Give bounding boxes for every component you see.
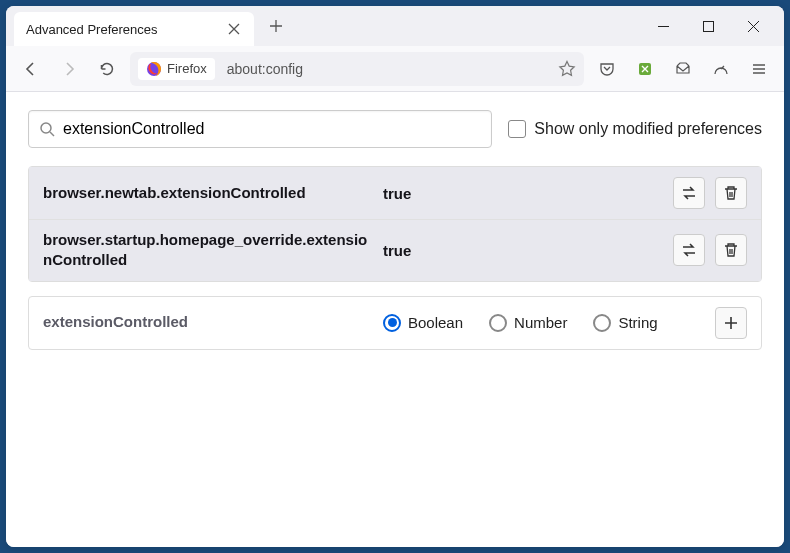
maximize-icon	[703, 21, 714, 32]
tab-title: Advanced Preferences	[26, 22, 226, 37]
type-boolean-radio[interactable]: Boolean	[383, 314, 463, 332]
nav-forward-button[interactable]	[54, 54, 84, 84]
radio-label: Boolean	[408, 314, 463, 331]
close-window-button[interactable]	[731, 11, 776, 41]
new-pref-row: extensionControlled Boolean Number Strin…	[29, 297, 761, 349]
pref-value: true	[373, 185, 673, 202]
close-icon	[228, 23, 240, 35]
pref-name: browser.newtab.extensionControlled	[43, 183, 373, 203]
delete-button[interactable]	[715, 177, 747, 209]
search-row: Show only modified preferences	[28, 110, 762, 148]
new-pref-name: extensionControlled	[43, 312, 373, 332]
pref-value: true	[373, 242, 673, 259]
delete-button[interactable]	[715, 234, 747, 266]
pref-actions	[673, 177, 747, 209]
window-controls	[641, 11, 776, 41]
pref-actions	[673, 234, 747, 266]
toggle-button[interactable]	[673, 234, 705, 266]
pocket-button[interactable]	[592, 54, 622, 84]
search-icon	[39, 121, 55, 137]
maximize-button[interactable]	[686, 11, 731, 41]
bookmark-star-icon[interactable]	[558, 60, 576, 78]
firefox-icon	[146, 61, 162, 77]
type-number-radio[interactable]: Number	[489, 314, 567, 332]
checkbox-icon	[508, 120, 526, 138]
hamburger-icon	[751, 61, 767, 77]
new-tab-button[interactable]	[262, 12, 290, 40]
titlebar: Advanced Preferences	[6, 6, 784, 46]
inbox-icon	[675, 61, 691, 77]
close-tab-button[interactable]	[226, 21, 242, 37]
checkbox-label: Show only modified preferences	[534, 120, 762, 138]
pocket-icon	[599, 61, 615, 77]
tab-advanced-preferences[interactable]: Advanced Preferences	[14, 12, 254, 46]
plus-icon	[269, 19, 283, 33]
close-icon	[748, 21, 759, 32]
url-text: about:config	[221, 61, 552, 77]
extension-icon	[637, 61, 653, 77]
svg-rect-0	[704, 21, 714, 31]
trash-icon	[722, 241, 740, 259]
prefs-list: browser.newtab.extensionControlled true …	[28, 166, 762, 282]
radio-icon	[489, 314, 507, 332]
arrow-right-icon	[61, 61, 77, 77]
search-box[interactable]	[28, 110, 492, 148]
show-modified-checkbox[interactable]: Show only modified preferences	[508, 120, 762, 138]
identity-label: Firefox	[167, 61, 207, 76]
trash-icon	[722, 184, 740, 202]
radio-icon	[383, 314, 401, 332]
svg-point-3	[41, 123, 51, 133]
radio-icon	[593, 314, 611, 332]
app-menu-button[interactable]	[744, 54, 774, 84]
type-string-radio[interactable]: String	[593, 314, 657, 332]
pref-row: browser.startup.homepage_override.extens…	[29, 219, 761, 281]
pref-name: browser.startup.homepage_override.extens…	[43, 230, 373, 271]
browser-window: Advanced Preferences	[6, 6, 784, 547]
reload-button[interactable]	[92, 54, 122, 84]
pref-row: browser.newtab.extensionControlled true	[29, 167, 761, 219]
inbox-button[interactable]	[668, 54, 698, 84]
pref-actions	[715, 307, 747, 339]
type-radio-group: Boolean Number String	[373, 314, 715, 332]
toggle-arrows-icon	[680, 184, 698, 202]
radio-label: String	[618, 314, 657, 331]
plus-icon	[722, 314, 740, 332]
arrow-left-icon	[23, 61, 39, 77]
about-config-content: Show only modified preferences browser.n…	[6, 92, 784, 547]
toggle-arrows-icon	[680, 241, 698, 259]
search-input[interactable]	[63, 120, 481, 138]
nav-toolbar: Firefox about:config	[6, 46, 784, 92]
minimize-button[interactable]	[641, 11, 686, 41]
gauge-icon	[713, 61, 729, 77]
minimize-icon	[658, 21, 669, 32]
account-button[interactable]	[706, 54, 736, 84]
tabs-area: Advanced Preferences	[14, 6, 641, 46]
add-pref-button[interactable]	[715, 307, 747, 339]
identity-box[interactable]: Firefox	[138, 58, 215, 80]
nav-back-button[interactable]	[16, 54, 46, 84]
toggle-button[interactable]	[673, 177, 705, 209]
url-bar[interactable]: Firefox about:config	[130, 52, 584, 86]
extension-button[interactable]	[630, 54, 660, 84]
reload-icon	[99, 61, 115, 77]
radio-label: Number	[514, 314, 567, 331]
new-pref-list: extensionControlled Boolean Number Strin…	[28, 296, 762, 350]
